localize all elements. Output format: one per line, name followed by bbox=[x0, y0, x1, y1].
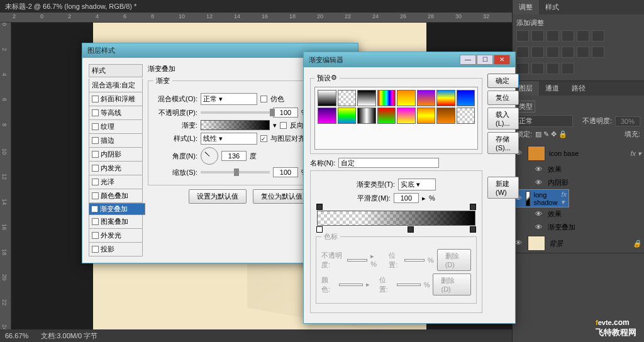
style-item[interactable]: 图案叠加 bbox=[89, 215, 143, 229]
visibility-icon[interactable]: 👁 bbox=[515, 239, 524, 248]
close-button[interactable]: ✕ bbox=[494, 55, 510, 65]
save-button[interactable]: 存储(S)... bbox=[487, 132, 519, 154]
blendmode-select[interactable]: 正常 ▾ bbox=[201, 93, 257, 105]
style-checkbox[interactable] bbox=[92, 96, 99, 102]
opacity-slider[interactable] bbox=[201, 111, 270, 114]
adj-icon[interactable] bbox=[547, 63, 559, 74]
delete-stop-button: 删除(D) bbox=[437, 249, 471, 271]
gradient-preview[interactable] bbox=[201, 120, 270, 130]
gradient-type-group: 渐变类型(T):实底 ▾ 平滑度(M):100▸% 色标 不透明度:▸ %位置:… bbox=[310, 170, 482, 313]
scale-input[interactable]: 100 bbox=[273, 167, 298, 177]
style-item[interactable]: 描边 bbox=[89, 134, 143, 148]
adj-icon[interactable] bbox=[516, 30, 529, 41]
adj-icon[interactable] bbox=[547, 30, 559, 41]
style-checkbox[interactable] bbox=[92, 151, 99, 158]
maximize-button[interactable]: ☐ bbox=[477, 55, 493, 65]
color-stop[interactable] bbox=[316, 226, 323, 233]
adj-icon[interactable] bbox=[592, 30, 604, 41]
cancel-button[interactable]: 复位 bbox=[487, 91, 519, 105]
adj-icon[interactable] bbox=[562, 47, 574, 58]
style-item[interactable]: 渐变叠加 bbox=[89, 203, 145, 215]
reset-default-button[interactable]: 复位为默认值 bbox=[253, 189, 311, 204]
gear-icon[interactable]: ⚙ bbox=[331, 74, 337, 82]
align-checkbox[interactable] bbox=[260, 135, 267, 142]
style-item[interactable]: 外发光 bbox=[89, 229, 143, 243]
styles-header[interactable]: 样式 bbox=[89, 64, 143, 77]
style-checkbox[interactable] bbox=[92, 192, 99, 199]
blending-options[interactable]: 混合选项:自定 bbox=[89, 79, 143, 92]
add-adjustment-label: 添加调整 bbox=[516, 18, 640, 28]
layer-effect[interactable]: 👁渐变叠加 bbox=[513, 221, 644, 234]
adj-icon[interactable] bbox=[531, 30, 544, 41]
layer-row[interactable]: 👁背景🔒 bbox=[513, 234, 644, 253]
tab-styles[interactable]: 样式 bbox=[539, 0, 565, 14]
adj-icon[interactable] bbox=[531, 63, 544, 74]
gradient-type-select[interactable]: 实底 ▾ bbox=[398, 179, 436, 190]
adj-icon[interactable] bbox=[562, 63, 574, 74]
style-item[interactable]: 内阴影 bbox=[89, 148, 143, 162]
adj-icon[interactable] bbox=[592, 47, 604, 58]
gradient-bar[interactable] bbox=[317, 211, 475, 226]
layer-kind[interactable]: 类型 bbox=[516, 101, 535, 113]
ok-button[interactable]: 确定 bbox=[487, 74, 519, 88]
style-item[interactable]: 颜色叠加 bbox=[89, 189, 143, 203]
blend-mode-select[interactable]: 正常 bbox=[516, 115, 573, 127]
style-item[interactable]: 内发光 bbox=[89, 162, 143, 175]
dither-checkbox[interactable] bbox=[260, 96, 267, 102]
opacity-stop[interactable] bbox=[316, 204, 323, 210]
style-checkbox[interactable] bbox=[92, 218, 99, 225]
style-item[interactable]: 等高线 bbox=[89, 106, 143, 120]
new-button[interactable]: 新建(W) bbox=[487, 177, 519, 199]
angle-dial[interactable] bbox=[201, 147, 218, 165]
style-item[interactable]: 投影 bbox=[89, 243, 143, 256]
style-checkbox[interactable] bbox=[92, 123, 99, 130]
opacity-input[interactable]: 100 bbox=[273, 108, 298, 118]
tab-adjustments[interactable]: 调整 bbox=[513, 0, 539, 14]
style-checkbox[interactable] bbox=[91, 206, 98, 212]
style-item[interactable]: 纹理 bbox=[89, 120, 143, 134]
style-checkbox[interactable] bbox=[92, 179, 99, 185]
style-checkbox[interactable] bbox=[92, 232, 99, 239]
adj-icon[interactable] bbox=[531, 47, 544, 58]
layer-effect[interactable]: 👁效果 bbox=[513, 163, 644, 176]
style-checkbox[interactable] bbox=[92, 165, 99, 172]
gradient-name-input[interactable] bbox=[338, 158, 439, 168]
gradient-style-select[interactable]: 线性 ▾ bbox=[201, 133, 257, 145]
gradient-editor-dialog: 渐变编辑器 — ☐ ✕ 预设⚙ 名称(N): 渐变类型(T):实底 ▾ 平滑度(… bbox=[303, 52, 516, 324]
tab-channels[interactable]: 通道 bbox=[539, 81, 565, 96]
smoothness-input[interactable]: 100 bbox=[394, 193, 419, 203]
minimize-button[interactable]: — bbox=[460, 55, 476, 65]
color-stop[interactable] bbox=[470, 226, 476, 233]
adj-icon[interactable] bbox=[577, 30, 589, 41]
dialog-titlebar[interactable]: 渐变编辑器 — ☐ ✕ bbox=[304, 52, 515, 67]
adj-icon[interactable] bbox=[547, 47, 559, 58]
style-checkbox[interactable] bbox=[92, 109, 99, 116]
scale-slider[interactable] bbox=[201, 171, 270, 174]
adj-icon[interactable] bbox=[562, 30, 574, 41]
stop-position bbox=[404, 259, 425, 262]
style-item[interactable]: 斜面和浮雕 bbox=[89, 92, 143, 106]
reverse-checkbox[interactable] bbox=[280, 122, 287, 129]
layer-opacity[interactable]: 30% bbox=[615, 116, 640, 126]
adj-icon[interactable] bbox=[577, 47, 589, 58]
load-button[interactable]: 载入(L)... bbox=[487, 108, 519, 130]
set-default-button[interactable]: 设置为默认值 bbox=[189, 189, 247, 204]
layer-row[interactable]: 👁long shadowfx ▾ bbox=[513, 189, 569, 207]
layers-list: 👁icon basefx ▾ 👁效果 👁内阴影 👁long shadowfx ▾… bbox=[513, 144, 644, 253]
preset-list[interactable] bbox=[314, 87, 478, 150]
angle-input[interactable]: 136 bbox=[221, 151, 247, 161]
stop-opacity bbox=[347, 259, 367, 262]
opacity-stop[interactable] bbox=[470, 204, 476, 210]
style-checkbox[interactable] bbox=[92, 246, 99, 253]
adj-icon[interactable] bbox=[516, 63, 529, 74]
layer-row[interactable]: 👁icon basefx ▾ bbox=[513, 144, 644, 163]
style-item[interactable]: 光泽 bbox=[89, 175, 143, 189]
zoom-level[interactable]: 66.67% bbox=[5, 332, 28, 339]
adj-icon[interactable] bbox=[516, 47, 529, 58]
color-stop[interactable] bbox=[408, 226, 414, 233]
layer-effect[interactable]: 👁效果 bbox=[513, 207, 644, 221]
doc-size: 文档:3.00M/0 字节 bbox=[41, 331, 97, 341]
layer-effect[interactable]: 👁内阴影 bbox=[513, 176, 644, 189]
tab-paths[interactable]: 路径 bbox=[565, 81, 592, 96]
style-checkbox[interactable] bbox=[92, 137, 99, 144]
